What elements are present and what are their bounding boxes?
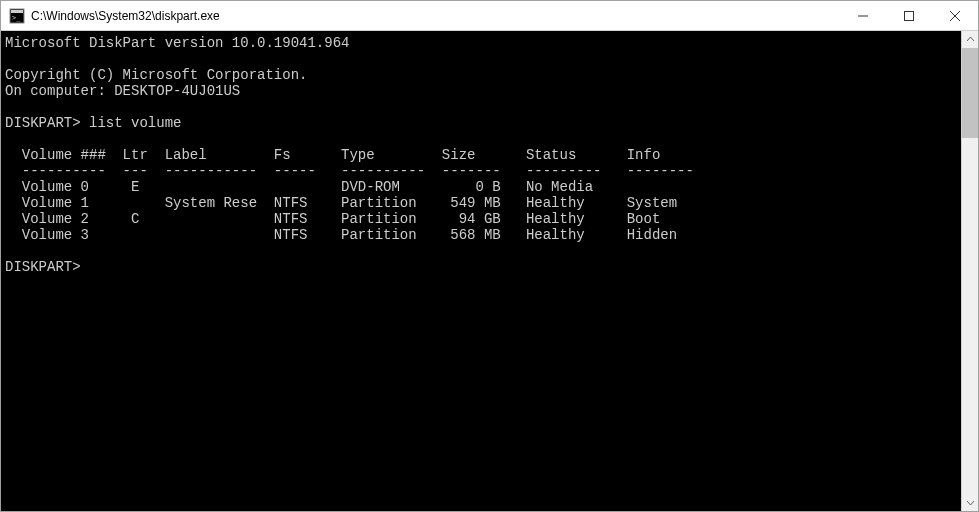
scroll-down-button[interactable] [962,494,978,511]
window-title: C:\Windows\System32\diskpart.exe [31,9,840,23]
maximize-button[interactable] [886,1,932,30]
diskpart-window: >_ C:\Windows\System32\diskpart.exe Micr… [0,0,979,512]
vertical-scrollbar[interactable] [961,31,978,511]
scrollbar-thumb[interactable] [962,48,978,138]
svg-text:>_: >_ [12,14,21,22]
scrollbar-track[interactable] [962,48,978,494]
svg-rect-4 [905,11,914,20]
app-icon: >_ [9,8,25,24]
titlebar[interactable]: >_ C:\Windows\System32\diskpart.exe [1,1,978,31]
minimize-button[interactable] [840,1,886,30]
svg-rect-1 [11,10,23,13]
close-button[interactable] [932,1,978,30]
console-area: Microsoft DiskPart version 10.0.19041.96… [1,31,978,511]
window-controls [840,1,978,30]
console-output[interactable]: Microsoft DiskPart version 10.0.19041.96… [1,31,961,511]
scroll-up-button[interactable] [962,31,978,48]
